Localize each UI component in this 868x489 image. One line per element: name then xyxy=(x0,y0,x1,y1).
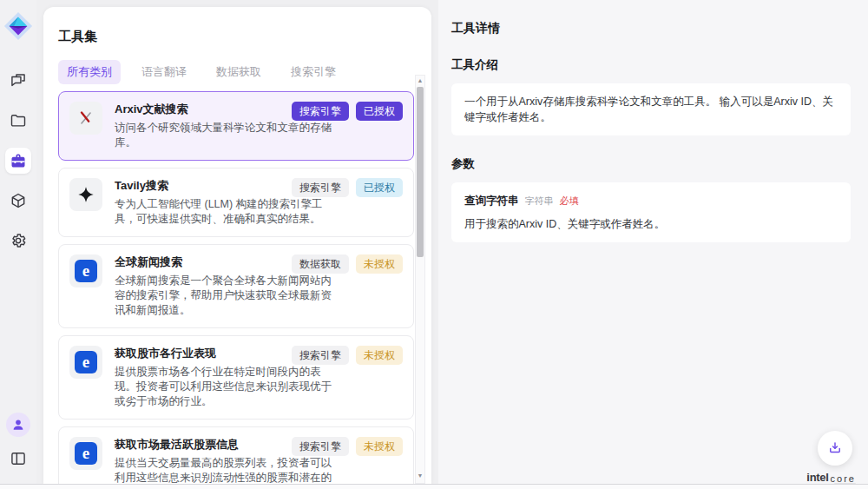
tool-card-active-stocks[interactable]: e 获取市场最活跃股票信息 提供当天交易量最高的股票列表，投资者可以利用这些信息… xyxy=(58,426,414,484)
tool-card-tavily[interactable]: Tavily搜索 专为人工智能代理 (LLM) 构建的搜索引擎工具，可快速提供实… xyxy=(58,168,414,237)
tab-data-acquisition[interactable]: 数据获取 xyxy=(207,60,270,84)
param-description: 用于搜索的Arxiv ID、关键字或作者姓名。 xyxy=(464,216,838,232)
arxiv-logo-icon xyxy=(69,102,102,135)
auth-status-badge: 已授权 xyxy=(356,102,403,121)
category-tabs: 所有类别 语言翻译 数据获取 搜索引擎 xyxy=(58,60,431,84)
param-name: 查询字符串 xyxy=(464,193,519,208)
tool-card-sector-performance[interactable]: e 获取股市各行业表现 提供股票市场各个行业在特定时间段内的表现。投资者可以利用… xyxy=(58,335,414,420)
folder-icon[interactable] xyxy=(5,108,31,134)
tools-panel: 工具集 所有类别 语言翻译 数据获取 搜索引擎 Arxiv文献搜索 访问各个研究… xyxy=(43,7,431,484)
intel-wordmark: intel xyxy=(806,471,828,484)
category-badge: 搜索引擎 xyxy=(292,102,349,121)
chat-icon[interactable] xyxy=(5,68,31,94)
tab-language-translation[interactable]: 语言翻译 xyxy=(133,60,195,84)
sidebar-nav xyxy=(5,68,31,254)
news-e-logo-icon: e xyxy=(69,437,102,470)
settings-gear-icon[interactable] xyxy=(5,228,31,254)
auth-status-badge: 已授权 xyxy=(356,178,403,197)
window-bottom-edge xyxy=(0,484,868,489)
param-required-badge: 必填 xyxy=(560,193,579,208)
tab-all-categories[interactable]: 所有类别 xyxy=(58,60,121,84)
category-badge: 搜索引擎 xyxy=(292,437,349,456)
tavily-star-icon xyxy=(69,178,102,211)
parameter-box: 查询字符串 字符串 必填 用于搜索的Arxiv ID、关键字或作者姓名。 xyxy=(451,182,851,242)
download-button[interactable] xyxy=(818,431,852,466)
tool-intro-text: 一个用于从Arxiv存储库搜索科学论文和文章的工具。 输入可以是Arxiv ID… xyxy=(464,96,833,123)
auth-status-badge: 未授权 xyxy=(356,254,403,274)
sidebar xyxy=(0,0,36,484)
tool-details-panel: 工具详情 工具介绍 一个用于从Arxiv存储库搜索科学论文和文章的工具。 输入可… xyxy=(438,0,868,484)
tool-intro-box: 一个用于从Arxiv存储库搜索科学论文和文章的工具。 输入可以是Arxiv ID… xyxy=(451,83,851,135)
layout-panel-icon[interactable] xyxy=(5,446,31,472)
auth-status-badge: 未授权 xyxy=(356,437,403,456)
download-icon xyxy=(827,440,843,456)
user-icon[interactable] xyxy=(6,413,30,437)
tool-description: 提供股票市场各个行业在特定时间段内的表现。投资者可以利用这些信息来识别表现优于或… xyxy=(115,365,333,409)
tool-card-global-news[interactable]: e 全球新闻搜索 全球新闻搜索是一个聚合全球各大新闻网站内容的搜索引擎，帮助用户… xyxy=(58,244,414,328)
tool-description: 访问各个研究领域大量科学论文和文章的存储库。 xyxy=(115,121,333,150)
toolbox-icon[interactable] xyxy=(5,148,31,174)
intro-heading: 工具介绍 xyxy=(451,57,851,73)
details-title: 工具详情 xyxy=(451,21,851,36)
news-e-logo-icon: e xyxy=(69,254,102,287)
news-e-logo-icon: e xyxy=(69,346,102,379)
page-title: 工具集 xyxy=(58,29,431,45)
scrollbar-thumb[interactable] xyxy=(417,87,424,257)
param-type: 字符串 xyxy=(525,193,554,208)
tool-card-list: Arxiv文献搜索 访问各个研究领域大量科学论文和文章的存储库。 搜索引擎 已授… xyxy=(58,91,414,484)
tool-description: 提供当天交易量最高的股票列表，投资者可以利用这些信息来识别流动性强的股票和潜在的… xyxy=(115,456,333,484)
tool-list-scrollbar: ▲ ▼ xyxy=(415,75,425,484)
cube-icon[interactable] xyxy=(5,188,31,214)
intel-core-logo: intel core ULTRA xyxy=(806,471,856,484)
category-badge: 搜索引擎 xyxy=(292,178,349,197)
tool-description: 全球新闻搜索是一个聚合全球各大新闻网站内容的搜索引擎，帮助用户快速获取全球最新资… xyxy=(115,274,333,318)
scroll-down-arrow-icon[interactable]: ▼ xyxy=(416,471,424,481)
auth-status-badge: 未授权 xyxy=(356,346,403,365)
params-heading: 参数 xyxy=(451,156,851,172)
scroll-up-arrow-icon[interactable]: ▲ xyxy=(416,76,424,86)
app-logo-diamond-icon xyxy=(3,10,34,42)
tool-card-arxiv[interactable]: Arxiv文献搜索 访问各个研究领域大量科学论文和文章的存储库。 搜索引擎 已授… xyxy=(58,91,414,161)
tool-description: 专为人工智能代理 (LLM) 构建的搜索引擎工具，可快速提供实时、准确和真实的结… xyxy=(115,197,333,227)
category-badge: 数据获取 xyxy=(292,254,349,274)
category-badge: 搜索引擎 xyxy=(292,346,349,365)
tab-search-engine[interactable]: 搜索引擎 xyxy=(282,60,345,84)
sidebar-bottom xyxy=(5,413,31,472)
